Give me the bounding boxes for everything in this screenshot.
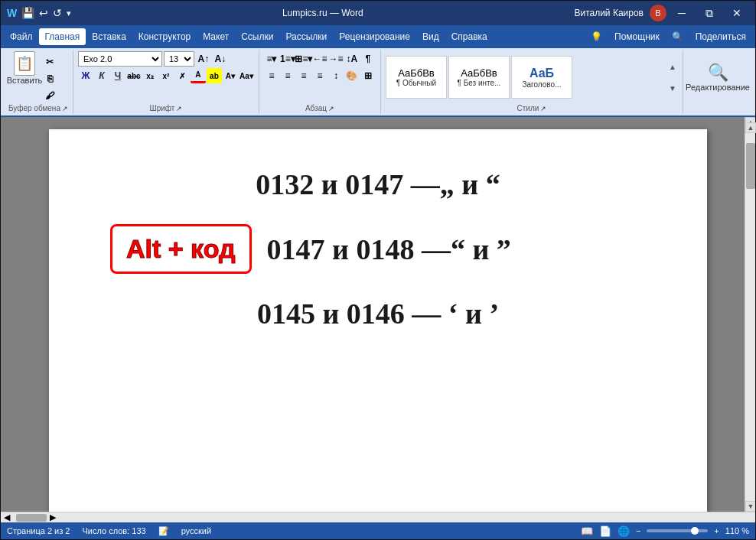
style-heading1[interactable]: АаБ Заголово... (511, 56, 572, 99)
view-web-icon[interactable]: 🌐 (618, 525, 630, 537)
style-normal[interactable]: АаБбВв ¶ Обычный (386, 56, 447, 99)
menu-file[interactable]: Файл (4, 28, 39, 45)
decrease-font-button[interactable]: A↓ (213, 51, 228, 67)
paste-button[interactable]: 📋 Вставить (8, 51, 41, 89)
zoom-in-btn[interactable]: + (714, 526, 719, 535)
menu-design[interactable]: Конструктор (132, 28, 197, 45)
title-bar: W 💾 ↩ ↺ ▾ Lumpics.ru — Word Виталий Каир… (1, 1, 755, 25)
minimize-button[interactable]: ─ (670, 2, 694, 24)
subscript-button[interactable]: x₂ (142, 68, 158, 83)
redo-icon[interactable]: ↺ (53, 7, 62, 19)
italic-button[interactable]: К (94, 68, 109, 83)
paste-label: Вставить (7, 76, 43, 85)
borders-button[interactable]: ⊞ (360, 68, 376, 83)
align-right-button[interactable]: ≡ (296, 68, 311, 83)
view-print-icon[interactable]: 📄 (599, 525, 611, 537)
scroll-up-arrow[interactable]: ▲ (745, 122, 755, 133)
bold-button[interactable]: Ж (78, 68, 93, 83)
username: Виталий Каиров (574, 8, 644, 18)
menu-mailings[interactable]: Рассылки (279, 28, 333, 45)
indent-increase-button[interactable]: →≡ (328, 51, 344, 67)
shading-button[interactable]: 🎨 (344, 68, 360, 83)
strikethrough-button[interactable]: abc (126, 68, 142, 83)
doc-page[interactable]: 0132 и 0147 —„ и “ Alt + код 0147 и 0148… (49, 129, 707, 512)
menu-layout[interactable]: Макет (197, 28, 235, 45)
scroll-left-btn[interactable]: ◀ (1, 512, 13, 522)
format-painter-button[interactable]: 🖌 (42, 88, 57, 103)
paragraph-expand[interactable]: ↗ (328, 105, 334, 112)
font-name-select[interactable]: Exo 2.0 (78, 51, 162, 67)
menu-insert[interactable]: Вставка (86, 28, 132, 45)
menu-share[interactable]: Поделиться (689, 28, 752, 45)
menu-review[interactable]: Рецензирование (333, 28, 416, 45)
restore-button[interactable]: ⧉ (697, 2, 722, 24)
numbered-list-button[interactable]: 1≡▾ (280, 51, 295, 67)
highlight-button[interactable]: ab (207, 68, 222, 83)
align-left-button[interactable]: ≡ (264, 68, 279, 83)
list-buttons-row: ≡▾ 1≡▾ ⊞≡▾ ←≡ →≡ ↕A ¶ (264, 51, 376, 67)
bullet-list-button[interactable]: ≡▾ (264, 51, 279, 67)
menu-lightbulb[interactable]: 💡 (585, 28, 608, 45)
case-button[interactable]: Aa▾ (239, 68, 254, 83)
font-color-button[interactable]: A (191, 68, 206, 83)
clear-format-button[interactable]: ✗ (174, 68, 190, 83)
align-justify-button[interactable]: ≡ (312, 68, 327, 83)
styles-group: АаБбВв ¶ Обычный АаБбВв ¶ Без инте... Аа… (381, 50, 683, 114)
styles-scroll-up[interactable]: ▲ (667, 56, 678, 77)
font-group: Exo 2.0 13 A↑ A↓ Ж К Ч abc x₂ (73, 50, 259, 114)
styles-expand[interactable]: ↗ (540, 105, 546, 112)
font-color2-button[interactable]: A▾ (223, 68, 238, 83)
menu-references[interactable]: Ссылки (235, 28, 279, 45)
word-icon: W (7, 7, 17, 19)
underline-button[interactable]: Ч (110, 68, 125, 83)
multilevel-list-button[interactable]: ⊞≡▾ (296, 51, 311, 67)
align-center-button[interactable]: ≡ (280, 68, 295, 83)
font-expand[interactable]: ↗ (176, 105, 182, 112)
superscript-button[interactable]: x² (158, 68, 174, 83)
styles-scroll-down[interactable]: ▼ (667, 77, 678, 99)
scroll-right-btn[interactable]: ▶ (47, 512, 59, 522)
save-icon[interactable]: 💾 (21, 7, 34, 19)
scroll-thumb[interactable] (746, 143, 755, 189)
sort-button[interactable]: ↕A (344, 51, 360, 67)
doc-scroll-area: ▲ 0132 и 0147 —„ и “ Alt + код 0147 и 01… (1, 117, 755, 522)
paragraph-group: ≡▾ 1≡▾ ⊞≡▾ ←≡ →≡ ↕A ¶ ≡ ≡ ≡ ≡ ↕ 🎨 (259, 50, 381, 114)
status-left: Страница 2 из 2 Число слов: 133 📝 русски… (7, 526, 211, 536)
show-marks-button[interactable]: ¶ (360, 51, 376, 67)
clipboard-label: Буфер обмена ↗ (8, 103, 68, 112)
copy-button[interactable]: ⎘ (42, 71, 57, 86)
zoom-out-btn[interactable]: − (636, 526, 640, 535)
menu-view[interactable]: Вид (416, 28, 445, 45)
clipboard-group: 📋 Вставить ✂ ⎘ 🖌 Буфер обмена ↗ (4, 50, 73, 114)
menu-search[interactable]: 🔍 (666, 28, 689, 45)
increase-font-button[interactable]: A↑ (196, 51, 211, 67)
editing-button[interactable]: 🔍 Редактирование (702, 63, 734, 101)
menu-help[interactable]: Справка (445, 28, 494, 45)
vertical-scrollbar[interactable]: ▲ ▼ (745, 117, 755, 512)
scroll-down-btn[interactable]: ▼ (745, 501, 755, 512)
doc-line1-text: 0132 и 0147 —„ и “ (256, 168, 500, 200)
styles-content: АаБбВв ¶ Обычный АаБбВв ¶ Без инте... Аа… (386, 51, 678, 103)
h-scroll-thumb[interactable] (16, 514, 47, 522)
line-spacing-button[interactable]: ↕ (328, 68, 344, 83)
menu-home[interactable]: Главная (39, 28, 86, 45)
menu-assistant[interactable]: Помощник (608, 28, 666, 45)
close-button[interactable]: ✕ (725, 2, 749, 24)
zoom-thumb[interactable] (691, 527, 699, 535)
horizontal-scrollbar[interactable]: ◀ ▶ (1, 512, 755, 522)
view-read-icon[interactable]: 📖 (581, 525, 593, 537)
doc-block-2: Alt + код 0147 и 0148 —“ и ” (95, 224, 661, 274)
align-buttons-row: ≡ ≡ ≡ ≡ ↕ 🎨 ⊞ (264, 68, 376, 83)
clipboard-expand[interactable]: ↗ (62, 105, 68, 112)
page-info: Страница 2 из 2 (7, 526, 70, 535)
style-no-spacing[interactable]: АаБбВв ¶ Без инте... (448, 56, 510, 99)
font-size-select[interactable]: 13 (164, 51, 194, 67)
undo-icon[interactable]: ↩ (39, 7, 48, 19)
cut-button[interactable]: ✂ (42, 54, 57, 70)
zoom-level: 110 % (725, 526, 749, 535)
zoom-slider[interactable] (647, 529, 708, 532)
paragraph-label: Абзац ↗ (264, 103, 376, 112)
indent-decrease-button[interactable]: ←≡ (312, 51, 327, 67)
doc-block-1: 0132 и 0147 —„ и “ (95, 168, 661, 201)
alt-kod-text: Alt + код (126, 234, 236, 263)
